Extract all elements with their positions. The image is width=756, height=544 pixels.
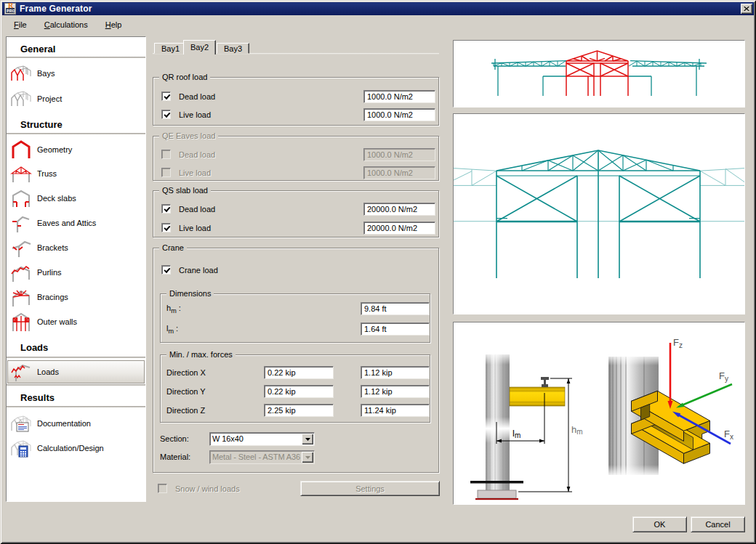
brackets-icon: [10, 238, 32, 258]
checkbox-qe-dead-load: [161, 150, 171, 159]
sidebar-separator: [7, 357, 145, 358]
chevron-down-icon: [305, 438, 310, 441]
combo-section-arrow[interactable]: [302, 434, 313, 444]
combo-material: Metal - Steel - ASTM A36: [209, 450, 315, 464]
sidebar-item-documentation[interactable]: Documentation: [8, 412, 144, 435]
combo-material-arrow: [302, 452, 313, 463]
input-force-z-max[interactable]: 11.24 kip: [361, 404, 430, 417]
sidebar-separator: [7, 384, 145, 386]
sidebar-separator: [7, 133, 145, 134]
checkbox-qe-live-load: [161, 168, 171, 177]
sidebar-item-label: Bracings: [37, 293, 68, 301]
groupbox-minmax-forces: Min. / max. forces Direction X 0.22 kip …: [160, 354, 430, 423]
input-force-x-max[interactable]: 1.12 kip: [361, 366, 430, 379]
sidebar-item-label: Documentation: [37, 419, 91, 428]
loads-icon: [10, 362, 32, 382]
sidebar-item-eaves-and-attics[interactable]: Eaves and Attics: [8, 211, 144, 235]
sidebar-item-deck-slabs[interactable]: Deck slabs: [8, 187, 144, 210]
input-qs-live-load[interactable]: 20000.0 N/m2: [363, 222, 435, 235]
menu-calculations[interactable]: Calculations: [39, 19, 94, 31]
sidebar-item-loads[interactable]: Loads: [7, 360, 145, 383]
input-qe-dead-load: 1000.0 N/m2: [363, 148, 435, 161]
input-force-z-min[interactable]: 2.25 kip: [264, 404, 334, 417]
tab-bay2[interactable]: Bay2: [183, 40, 216, 54]
checkbox-qr-dead-load[interactable]: [161, 92, 171, 101]
eaves-icon: [10, 213, 32, 233]
sidebar-separator: [7, 406, 145, 407]
label-snow-wind: Snow / wind loads: [175, 484, 240, 493]
close-icon: [744, 7, 749, 12]
truss-icon: [10, 163, 32, 184]
groupbox-qe-eaves-load: QE Eaves load Dead load 1000.0 N/m2 Live…: [153, 136, 439, 181]
input-hm[interactable]: 9.84 ft: [361, 302, 430, 315]
sidebar-item-geometry[interactable]: Geometry: [8, 138, 144, 161]
checkbox-qs-live-load[interactable]: [161, 223, 171, 232]
settings-button: Settings: [300, 481, 440, 496]
label-qr-live-load: Live load: [179, 110, 211, 119]
calculation-icon: [10, 438, 32, 458]
sidebar-item-project[interactable]: Project: [8, 87, 144, 110]
checkbox-qr-live-load[interactable]: [161, 110, 171, 119]
sidebar-item-label: Brackets: [37, 243, 68, 252]
groupbox-dimensions-title: Dimensions: [166, 289, 214, 299]
sidebar-item-truss[interactable]: Truss: [8, 162, 144, 185]
project-icon: [10, 89, 32, 109]
groupbox-qs-title: QS slab load: [159, 186, 211, 195]
overview-drawing: [454, 41, 744, 107]
sidebar-item-calculation-design[interactable]: Calculation/Design: [8, 437, 144, 460]
frame-generator-dialog: R PRO Frame Generator File Calculations …: [0, 0, 756, 544]
sidebar-item-label: Bays: [37, 69, 55, 78]
label-qe-live-load: Live load: [179, 169, 211, 177]
sidebar-item-label: Eaves and Attics: [37, 219, 96, 227]
sidebar-item-outer-walls[interactable]: Outer walls: [8, 310, 144, 333]
sidebar-section-structure: Structure: [20, 119, 63, 130]
input-qs-dead-load[interactable]: 20000.0 N/m2: [363, 203, 435, 216]
bays-icon: [10, 63, 32, 84]
outer-walls-icon: [10, 312, 32, 332]
sidebar-item-bays[interactable]: Bays: [8, 62, 144, 85]
input-force-y-min[interactable]: 0.22 kip: [264, 385, 334, 398]
input-force-y-max[interactable]: 1.12 kip: [361, 385, 430, 398]
groupbox-qe-title: QE Eaves load: [159, 131, 218, 141]
ok-button[interactable]: OK: [632, 516, 687, 532]
dim-label-lm: lm: [512, 428, 520, 439]
force-label-fz: Fz: [673, 337, 683, 349]
sidebar-section-loads: Loads: [20, 342, 48, 353]
input-qr-dead-load[interactable]: 1000.0 N/m2: [363, 90, 435, 103]
groupbox-dimensions: Dimensions hm : 9.84 ft lm : 1.64 ft: [160, 293, 430, 343]
sidebar-item-label: Geometry: [37, 145, 72, 154]
checkbox-qs-dead-load[interactable]: [161, 204, 171, 214]
close-button[interactable]: [741, 4, 752, 14]
title-bar[interactable]: R PRO Frame Generator: [2, 2, 754, 15]
groupbox-qr-roof-load: QR roof load Dead load 1000.0 N/m2 Live …: [153, 77, 439, 126]
force-label-fy: Fy: [719, 370, 728, 383]
menu-help[interactable]: Help: [100, 19, 128, 31]
tab-bay1[interactable]: Bay1: [154, 43, 187, 54]
cancel-button[interactable]: Cancel: [691, 516, 745, 532]
sidebar-item-brackets[interactable]: Brackets: [8, 236, 144, 259]
bracings-icon: [10, 287, 32, 307]
app-icon-badge: PRO: [6, 8, 15, 13]
documentation-icon: [10, 413, 32, 434]
sidebar-item-purlins[interactable]: Purlins: [8, 261, 144, 284]
purlins-icon: [10, 262, 32, 283]
geometry-icon: [10, 139, 32, 160]
checkbox-crane-load[interactable]: [161, 265, 171, 275]
sidebar-item-label: Loads: [37, 368, 59, 376]
menu-file[interactable]: File: [8, 19, 33, 31]
sidebar-item-label: Outer walls: [37, 317, 77, 326]
sidebar-item-bracings[interactable]: Bracings: [8, 285, 144, 309]
input-qr-live-load[interactable]: 1000.0 N/m2: [363, 108, 435, 121]
sidebar-item-label: Calculation/Design: [37, 444, 104, 452]
tab-bay3[interactable]: Bay3: [217, 43, 249, 54]
input-lm[interactable]: 1.64 ft: [361, 322, 430, 336]
dim-label-hm: hm: [571, 424, 583, 436]
preview-crane-detail-panel: lm hm: [453, 322, 745, 505]
sidebar-section-general: General: [20, 44, 55, 54]
combo-section[interactable]: W 16x40: [209, 432, 315, 446]
sidebar-item-label: Purlins: [37, 268, 62, 277]
input-force-x-min[interactable]: 0.22 kip: [264, 366, 334, 379]
label-crane-load: Crane load: [179, 266, 218, 275]
bay-drawing: [454, 114, 744, 314]
groupbox-crane: Crane Crane load Dimensions hm : 9.84 ft…: [153, 248, 439, 473]
